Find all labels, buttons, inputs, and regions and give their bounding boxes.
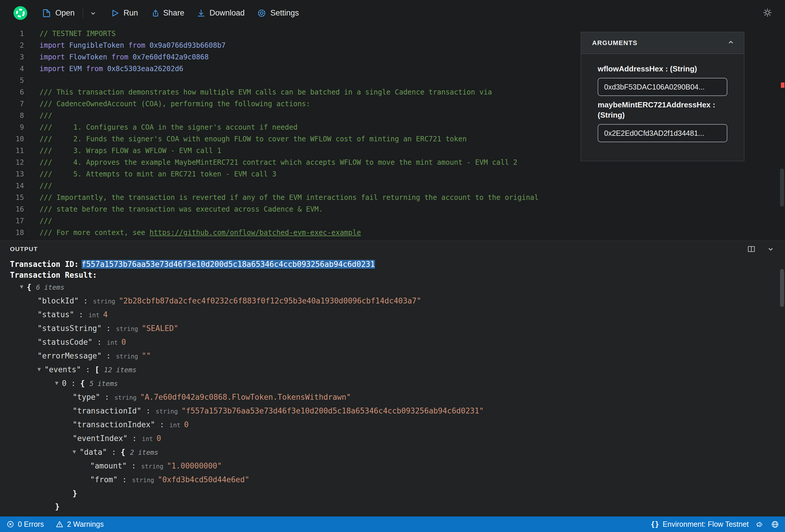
code-text: /// 1. Configures a COA in the signer's … [40,122,297,133]
output-body[interactable]: Transaction ID:f557a1573b76aa53e73d46f3e… [0,257,785,515]
theme-toggle-button[interactable] [763,8,772,19]
download-icon [197,9,205,18]
value-type: string [116,353,138,360]
code-text: /// 5. Attempts to mint an ERC721 token … [40,168,276,180]
value-type: string [141,463,163,470]
json-key: "statusCode" [37,338,93,347]
value-type: string [93,298,115,305]
code-text: import FlowToken from 0x7e60df042a9c0868 [40,51,209,63]
json-key: "data" [79,448,107,456]
json-tree-row[interactable]: ▼"events" : [12 items [10,363,785,377]
errors-indicator[interactable]: 0 Errors [6,520,44,529]
expander-icon[interactable]: ▼ [20,280,23,293]
line-number: 15 [0,192,24,203]
run-play-icon [111,9,120,18]
value-type: int [170,422,181,429]
code-line: 17/// [0,215,785,227]
json-key: "transactionId" [73,406,142,415]
open-button[interactable]: Open [42,8,75,18]
run-button[interactable]: Run [111,8,138,18]
code-text: /// For more context, see https://github… [40,227,361,238]
json-key: "events" [44,365,81,374]
open-brace: [ [95,365,100,374]
json-value: "SEALED" [142,324,178,333]
code-line: 16/// state before the transaction was e… [0,203,785,215]
expander-icon[interactable]: ▼ [55,513,58,515]
globe-icon[interactable] [771,520,779,529]
code-text: /// This transaction demonstrates how mu… [40,86,492,98]
json-tree-row: "errorMessage" : string"" [10,349,785,363]
json-tree-row[interactable]: ▼0 : {5 items [10,377,785,391]
json-tree-row: "transactionId" : string"f557a1573b76aa5… [10,404,785,418]
json-tree-row: "type" : string"A.7e60df042a9c0868.FlowT… [10,391,785,404]
code-editor[interactable]: 1// TESTNET IMPORTS2import FungibleToken… [0,26,785,240]
line-number: 10 [0,133,24,145]
argument-input[interactable] [598,124,727,142]
warnings-indicator[interactable]: 2 Warnings [56,520,104,529]
json-tree-row: "transactionIndex" : int0 [10,418,785,432]
json-tree-row: } [10,500,785,513]
value-type: string [116,325,138,332]
line-number: 14 [0,180,24,192]
download-button[interactable]: Download [197,8,245,18]
code-line: 15/// Importantly, the transaction is re… [0,192,785,203]
json-value: "A.7e60df042a9c0868.FlowToken.TokensWith… [140,393,351,402]
warning-triangle-icon [56,520,64,528]
value-type: int [142,435,153,442]
code-text: /// [40,215,52,227]
line-number: 17 [0,215,24,227]
chevron-down-icon[interactable] [766,245,775,253]
json-tree-row: "eventIndex" : int0 [10,432,785,446]
open-dropdown-button[interactable] [89,9,97,17]
line-number: 11 [0,145,24,156]
code-link[interactable]: https://github.com/onflow/batched-evm-ex… [150,229,361,237]
gear-icon [257,8,267,18]
editor-scrollbar-thumb[interactable] [780,169,784,207]
transaction-id-label: Transaction ID: [10,260,79,269]
json-value: "2b28cbfb87da2cfec4f0232c6f883f0f12c95b3… [119,297,421,305]
line-number: 2 [0,40,24,51]
json-value: "" [142,351,151,360]
transaction-id-value[interactable]: f557a1573b76aa53e73d46f3e10d200d5c18a653… [82,260,375,269]
settings-button[interactable]: Settings [257,8,299,18]
arguments-header[interactable]: ARGUMENTS [581,32,744,54]
code-text: /// Importantly, the transaction is reve… [40,192,538,203]
line-number: 8 [0,110,24,122]
json-value: 4 [103,310,108,319]
environment-label: Environment: Flow Testnet [663,520,749,529]
download-label: Download [209,8,245,18]
json-tree-row[interactable]: ▼"data" : {2 items [10,446,785,459]
code-text: import EVM from 0x8c5303eaa26202d6 [40,63,183,75]
value-type: string [156,408,178,415]
output-scrollbar-thumb[interactable] [780,269,784,307]
arguments-panel: ARGUMENTS wflowAddressHex : (String)mayb… [581,32,744,161]
expander-icon[interactable]: ▼ [73,445,76,458]
error-circle-icon [6,520,14,528]
output-header: OUTPUT [0,241,785,257]
code-text: /// [40,110,52,122]
line-number: 16 [0,203,24,215]
json-tree-row[interactable]: ▼{6 items [10,281,785,295]
split-view-icon[interactable] [747,245,756,253]
json-key: "errorMessage" [37,351,102,360]
json-value: 0 [122,338,126,347]
json-key: "statusString" [37,324,102,333]
chevron-up-icon[interactable] [727,38,735,48]
argument-input[interactable] [598,78,727,96]
argument-label: wflowAddressHex : (String) [598,64,727,74]
json-tree-row[interactable]: ▼1 : {5 items [10,513,785,515]
environment-indicator[interactable]: {} Environment: Flow Testnet [651,520,749,529]
flow-logo-icon[interactable] [14,6,27,20]
settings-label: Settings [271,8,299,18]
warnings-label: 2 Warnings [67,520,104,529]
share-button[interactable]: Share [150,8,184,18]
code-line: 14/// [0,180,785,192]
feedback-icon[interactable] [756,520,764,529]
error-marker [781,82,784,88]
line-number: 18 [0,227,24,238]
json-value: 0 [184,420,189,429]
items-count: 6 items [36,283,65,291]
expander-icon[interactable]: ▼ [37,362,41,376]
code-text: /// 4. Approves the example MaybeMintERC… [40,156,517,168]
expander-icon[interactable]: ▼ [55,376,58,389]
